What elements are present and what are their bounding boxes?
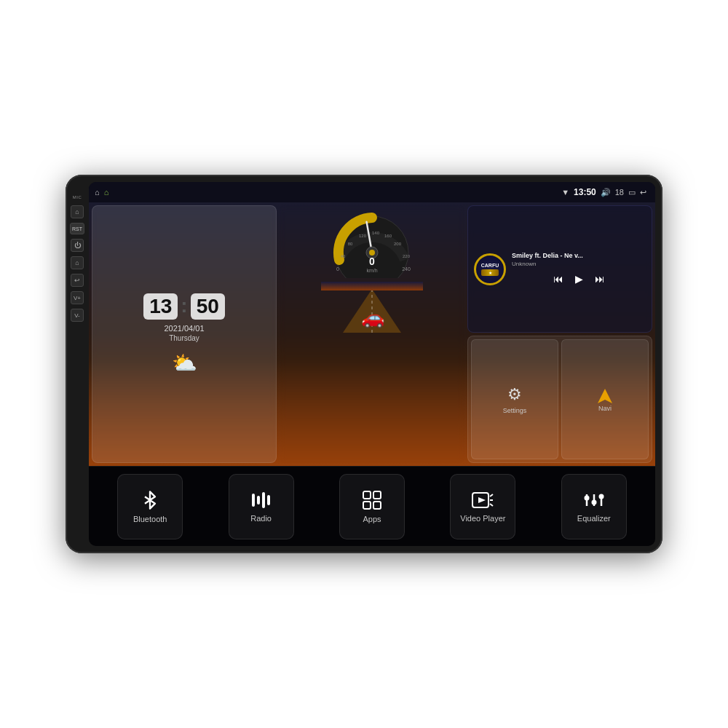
svg-text:200: 200: [394, 242, 402, 246]
home-button[interactable]: ⌂: [71, 205, 84, 218]
svg-rect-21: [252, 494, 255, 507]
svg-marker-30: [478, 497, 486, 503]
status-bar: ⌂ ⌂ ▼ 13:50 🔊 18 ▭ ↩: [89, 182, 655, 202]
rst-button[interactable]: RST: [70, 223, 84, 234]
clock-display: 13 : 50: [143, 293, 225, 320]
music-controls: ⏮ ▶ ⏭: [512, 272, 646, 286]
weather-icon: ⛅: [172, 351, 197, 375]
clock-hours: 13: [143, 293, 178, 320]
apps-button[interactable]: Apps: [339, 474, 405, 539]
svg-text:240: 240: [402, 266, 411, 272]
play-button[interactable]: ▶: [572, 272, 586, 286]
battery-icon: ▭: [628, 188, 636, 197]
svg-text:km/h: km/h: [366, 268, 377, 273]
svg-rect-28: [373, 502, 381, 509]
equalizer-label: Equalizer: [577, 514, 611, 523]
bluetooth-icon-proper: [140, 490, 160, 510]
settings-icon: ⚙: [507, 385, 522, 404]
vol-up-button[interactable]: V+: [71, 291, 84, 304]
navi-icon: [596, 387, 614, 405]
bottom-bar: Bluetooth Radio: [89, 466, 655, 546]
prev-button[interactable]: ⏮: [550, 272, 566, 286]
carfu-text: CARFU: [481, 263, 499, 268]
svg-text:40: 40: [341, 254, 346, 258]
svg-point-13: [369, 250, 375, 256]
home2-button[interactable]: ⌂: [71, 256, 84, 269]
apps-label: Apps: [363, 515, 381, 523]
svg-point-37: [591, 499, 596, 505]
video-player-label: Video Player: [460, 514, 505, 523]
bluetooth-label: Bluetooth: [133, 515, 167, 523]
svg-text:120: 120: [359, 234, 367, 238]
status-home2-icon: ⌂: [104, 188, 109, 197]
svg-text:140: 140: [372, 231, 380, 235]
svg-line-31: [490, 494, 493, 496]
music-widget[interactable]: CARFU ★ Smiley ft. Delia - Ne v... Unkno…: [467, 205, 652, 333]
carfu-logo: CARFU ★: [474, 253, 506, 285]
music-artist: Unknown: [512, 261, 646, 267]
status-home-icons: ⌂ ⌂: [95, 188, 108, 197]
speedometer-display: 0 40 80 120 140 160 200 220 240: [280, 205, 464, 463]
screen: ⌂ ⌂ ▼ 13:50 🔊 18 ▭ ↩ 13 : 50 2021/04/01 …: [89, 182, 655, 546]
main-grid: 13 : 50 2021/04/01 Thursday ⛅: [89, 202, 655, 466]
road-svg: 🚗: [321, 282, 423, 333]
car-road-scene: 🚗: [280, 278, 464, 336]
svg-rect-27: [363, 502, 371, 509]
power-button[interactable]: ⏻: [71, 239, 84, 252]
back-nav-icon[interactable]: ↩: [640, 188, 646, 197]
radio-label: Radio: [250, 514, 272, 523]
settings-label: Settings: [503, 407, 527, 414]
side-buttons-panel: MIC ⌂ RST ⏻ ⌂ ↩ V+ V-: [66, 182, 89, 546]
wifi-icon: ▼: [561, 188, 569, 197]
speedometer-svg: 0 40 80 120 140 160 200 220 240: [325, 205, 419, 278]
settings-navi-widget: ⚙ Settings Navi: [467, 336, 652, 463]
svg-rect-18: [321, 282, 423, 290]
navi-button[interactable]: Navi: [561, 339, 649, 459]
back-button[interactable]: ↩: [71, 274, 84, 287]
radio-button[interactable]: Radio: [229, 474, 294, 539]
volume-icon: 🔊: [601, 188, 611, 197]
mic-label: MIC: [73, 195, 82, 199]
svg-rect-23: [262, 492, 265, 508]
car-head-unit: MIC ⌂ RST ⏻ ⌂ ↩ V+ V- ⌂ ⌂ ▼ 13:50 🔊 18 ▭…: [66, 175, 662, 553]
next-button[interactable]: ⏭: [592, 272, 608, 286]
settings-navi-inner: ⚙ Settings Navi: [471, 339, 649, 459]
navi-label: Navi: [598, 405, 612, 412]
svg-text:160: 160: [384, 234, 392, 238]
video-player-button[interactable]: Video Player: [450, 474, 515, 539]
clock-widget[interactable]: 13 : 50 2021/04/01 Thursday ⛅: [92, 205, 277, 463]
speedometer-widget[interactable]: 0 40 80 120 140 160 200 220 240: [280, 205, 464, 463]
clock-minutes: 50: [191, 293, 225, 320]
music-title: Smiley ft. Delia - Ne v...: [512, 252, 646, 259]
svg-rect-24: [267, 495, 270, 505]
svg-rect-26: [373, 491, 381, 499]
clock-day: Thursday: [169, 334, 199, 342]
bluetooth-button[interactable]: Bluetooth: [117, 474, 183, 539]
vol-down-button[interactable]: V-: [71, 309, 84, 322]
clock-date: 2021/04/01: [164, 324, 204, 333]
status-home-icon: ⌂: [95, 188, 100, 197]
svg-point-39: [598, 494, 604, 499]
svg-text:80: 80: [348, 242, 353, 246]
equalizer-icon: [583, 491, 605, 510]
svg-line-33: [490, 504, 493, 506]
svg-text:🚗: 🚗: [361, 306, 385, 329]
svg-marker-20: [598, 389, 612, 403]
music-info: Smiley ft. Delia - Ne v... Unknown ⏮ ▶ ⏭: [512, 252, 646, 286]
svg-point-35: [584, 495, 589, 500]
equalizer-button[interactable]: Equalizer: [561, 474, 627, 539]
svg-rect-25: [363, 491, 371, 499]
svg-text:220: 220: [403, 254, 411, 258]
svg-text:0: 0: [369, 256, 375, 267]
video-icon: [472, 491, 494, 510]
apps-icon: [362, 490, 382, 510]
settings-button[interactable]: ⚙ Settings: [471, 339, 558, 459]
logo-ribbon: ★: [481, 269, 499, 276]
status-time: 13:50: [574, 187, 596, 197]
svg-rect-22: [257, 496, 260, 505]
music-player-content: CARFU ★ Smiley ft. Delia - Ne v... Unkno…: [474, 252, 646, 286]
svg-text:0: 0: [336, 266, 339, 272]
volume-level: 18: [615, 188, 624, 197]
radio-icon: [250, 491, 272, 510]
